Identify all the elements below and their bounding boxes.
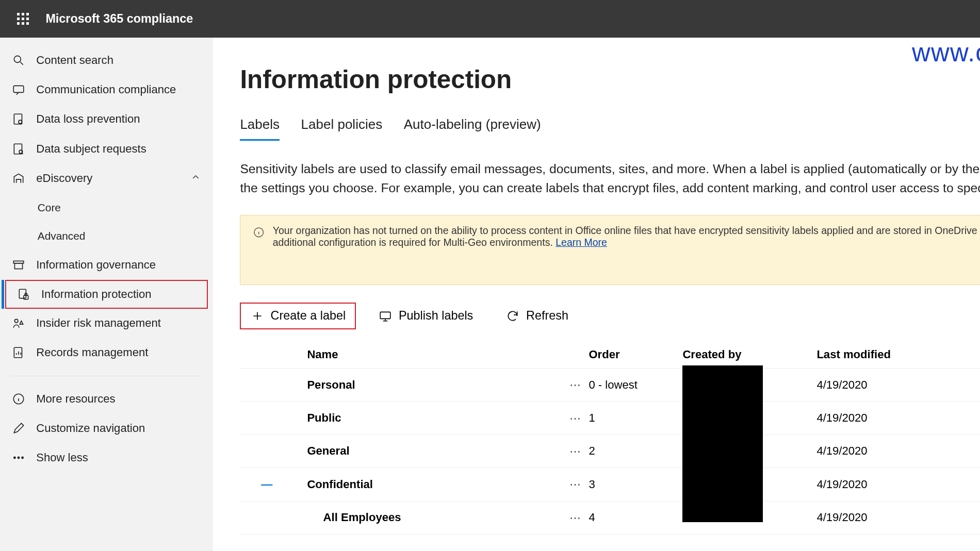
row-actions-button[interactable]: ⋯ xyxy=(562,378,589,392)
row-actions-button[interactable]: ⋯ xyxy=(562,444,589,458)
sidebar-item-show-less[interactable]: Show less xyxy=(0,443,213,473)
publish-labels-button[interactable]: Publish labels xyxy=(368,303,484,329)
create-label-button[interactable]: Create a label xyxy=(240,303,356,329)
sidebar-item-label: Advanced xyxy=(38,230,86,242)
row-actions-button[interactable]: ⋯ xyxy=(562,477,589,491)
tab-label-policies[interactable]: Label policies xyxy=(301,116,383,141)
refresh-button[interactable]: Refresh xyxy=(496,303,579,329)
page-title: Information protection xyxy=(240,64,512,94)
refresh-text: Refresh xyxy=(526,309,568,323)
sidebar-item-content-search[interactable]: Content search xyxy=(0,45,213,75)
svg-point-15 xyxy=(14,457,15,459)
sidebar-divider xyxy=(12,376,201,376)
row-modified: 4/19/2020 xyxy=(816,478,930,491)
table-row[interactable]: General⋯24/19/2020 xyxy=(240,435,980,468)
row-name: Public xyxy=(307,411,562,425)
toolbar: Create a label Publish labels Refresh xyxy=(240,303,980,329)
ellipsis-icon xyxy=(12,451,25,464)
table-row[interactable]: Personal⋯0 - lowest4/19/2020 xyxy=(240,369,980,402)
sidebar-item-ediscovery-advanced[interactable]: Advanced xyxy=(0,222,213,250)
col-order[interactable]: Order xyxy=(589,348,682,361)
sidebar-item-label: Information governance xyxy=(36,258,156,272)
row-modified: 4/19/2020 xyxy=(816,444,930,458)
search-icon xyxy=(12,54,25,67)
table-row[interactable]: Public⋯14/19/2020 xyxy=(240,402,980,435)
app-launcher-button[interactable] xyxy=(8,4,38,34)
tab-labels[interactable]: Labels xyxy=(240,116,280,141)
redacted-created-by-column xyxy=(682,365,763,522)
labels-table: ▲ Name Order Created by Last modified Pe… xyxy=(240,341,980,535)
info-icon xyxy=(12,392,25,406)
sidebar-item-label: eDiscovery xyxy=(36,172,92,185)
main-content: www.cert2brain.com Information protectio… xyxy=(213,38,980,551)
page-description: Sensitivity labels are used to classify … xyxy=(240,159,980,197)
svg-rect-19 xyxy=(380,312,390,319)
sidebar-item-ediscovery[interactable]: eDiscovery xyxy=(0,163,213,193)
sidebar-item-label: Records management xyxy=(36,346,148,359)
row-actions-button[interactable]: ⋯ xyxy=(562,411,589,425)
publish-icon xyxy=(379,309,392,323)
app-header: Microsoft 365 compliance xyxy=(0,0,980,38)
sidebar-item-ediscovery-core[interactable]: Core xyxy=(0,193,213,222)
tab-auto-labeling[interactable]: Auto-labeling (preview) xyxy=(404,116,541,141)
chat-icon xyxy=(12,83,25,96)
sidebar-item-label: Customize navigation xyxy=(36,422,145,435)
brand-title: Microsoft 365 compliance xyxy=(45,12,193,26)
svg-rect-9 xyxy=(15,263,23,269)
plus-icon xyxy=(251,309,264,323)
sidebar-item-label: Data subject requests xyxy=(36,142,146,156)
row-modified: 4/19/2020 xyxy=(816,411,930,425)
row-order: 0 - lowest xyxy=(589,378,682,392)
sidebar-item-records-management[interactable]: Records management xyxy=(0,338,213,368)
pencil-icon xyxy=(12,422,25,435)
col-created[interactable]: Created by xyxy=(682,348,816,361)
sidebar-item-label: Show less xyxy=(36,451,88,464)
table-header-row: Name Order Created by Last modified xyxy=(240,341,980,369)
row-order: 4 xyxy=(589,511,682,524)
people-alert-icon xyxy=(12,316,25,330)
sidebar-item-customize-navigation[interactable]: Customize navigation xyxy=(0,413,213,443)
shield-doc-icon xyxy=(17,288,30,301)
sidebar-item-more-resources[interactable]: More resources xyxy=(0,384,213,413)
sidebar-item-label: Content search xyxy=(36,54,113,67)
sidebar-item-data-subject-requests[interactable]: Data subject requests xyxy=(0,134,213,163)
svg-rect-6 xyxy=(14,144,22,154)
info-icon xyxy=(253,226,265,238)
sidebar-item-communication-compliance[interactable]: Communication compliance xyxy=(0,75,213,105)
banner-text: Your organization has not turned on the … xyxy=(273,225,980,248)
svg-point-5 xyxy=(19,121,22,124)
table-row[interactable]: —Confidential⋯34/19/2020 xyxy=(240,468,980,501)
sidebar-item-label: Insider risk management xyxy=(36,316,161,330)
svg-point-12 xyxy=(15,320,18,323)
row-order: 1 xyxy=(589,411,682,425)
sidebar-item-information-governance[interactable]: Information governance xyxy=(0,251,213,280)
sidebar-item-label: Communication compliance xyxy=(36,83,176,96)
sidebar-item-information-protection[interactable]: Information protection xyxy=(5,280,208,309)
row-order: 2 xyxy=(589,444,682,458)
row-name: Personal xyxy=(307,378,562,392)
sidebar-item-label: Core xyxy=(38,202,61,214)
collapse-icon[interactable]: — xyxy=(240,478,307,491)
row-actions-button[interactable]: ⋯ xyxy=(562,511,589,525)
row-modified: 4/19/2020 xyxy=(816,511,930,524)
table-row[interactable]: All Employees⋯44/19/2020 xyxy=(240,502,980,535)
chevron-up-icon xyxy=(190,172,201,186)
row-modified: 4/19/2020 xyxy=(816,378,930,392)
doc-search-icon xyxy=(12,142,25,156)
sidebar-item-information-protection-active: Information protection xyxy=(5,280,208,309)
row-name: All Employees xyxy=(307,511,562,524)
sidebar-item-label: Information protection xyxy=(41,288,152,301)
sidebar-item-data-loss-prevention[interactable]: Data loss prevention xyxy=(0,105,213,134)
refresh-icon xyxy=(506,309,519,323)
create-label-text: Create a label xyxy=(271,309,346,323)
sidebar-item-label: More resources xyxy=(36,392,115,406)
svg-rect-3 xyxy=(14,86,24,93)
col-modified[interactable]: Last modified xyxy=(816,348,930,361)
col-name[interactable]: Name xyxy=(307,348,562,361)
sidebar-item-insider-risk[interactable]: Insider risk management xyxy=(0,309,213,338)
sidebar-nav: Content search Communication compliance … xyxy=(0,38,213,551)
banner-learn-more-link[interactable]: Learn More xyxy=(556,237,607,248)
svg-point-16 xyxy=(18,457,20,459)
row-name: Confidential xyxy=(307,478,562,491)
building-icon xyxy=(12,172,25,185)
